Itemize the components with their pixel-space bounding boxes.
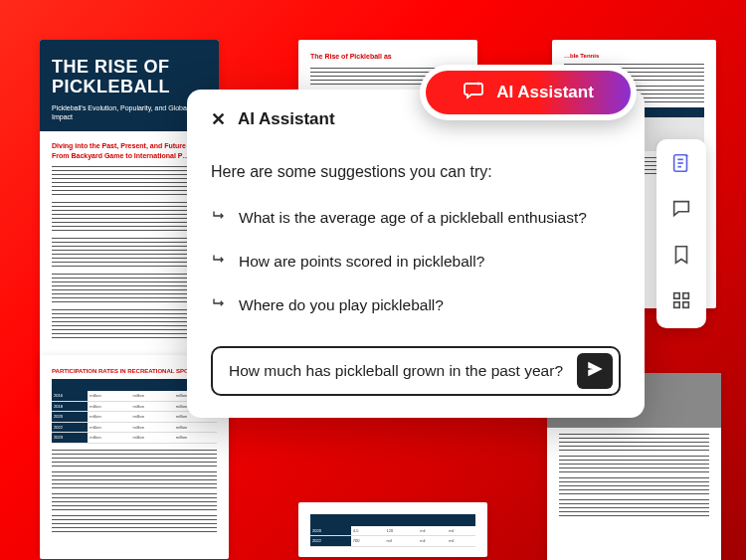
doc-page-5: 20204.5120milmil 2022700milmilmil [298, 502, 487, 557]
suggestion-text: What is the average age of a pickleball … [239, 209, 587, 227]
cover-subtitle: Pickleball's Evolution, Popularity, and … [52, 103, 207, 121]
close-icon: ✕ [211, 109, 226, 129]
rail-summary-button[interactable] [669, 153, 693, 177]
bookmark-icon [670, 244, 692, 270]
page2-heading: The Rise of Pickleball as [310, 52, 466, 62]
send-button[interactable] [577, 353, 613, 389]
body-text [52, 166, 207, 196]
body-text [559, 477, 709, 495]
body-text [52, 202, 207, 232]
return-arrow-icon [211, 207, 229, 229]
send-icon [586, 360, 604, 382]
assistant-title: AI Assistant [238, 109, 335, 129]
page3-heading: …ble Tennis [564, 52, 704, 60]
svg-rect-4 [674, 293, 680, 299]
chat-icon [670, 198, 692, 224]
ai-assistant-launcher-inner[interactable]: AI Assistant [426, 71, 631, 114]
ai-assistant-panel: ✕ AI Assistant Here are some suggestions… [187, 90, 645, 418]
close-button[interactable]: ✕ [211, 110, 226, 128]
body-text [559, 456, 709, 473]
svg-rect-5 [683, 293, 689, 299]
svg-rect-6 [674, 302, 680, 308]
body-text [52, 274, 207, 303]
suggestion-text: How are points scored in pickleball? [239, 253, 484, 271]
document-sparkle-icon [670, 152, 692, 178]
body-text [52, 450, 217, 467]
suggestion-item[interactable]: How are points scored in pickleball? [211, 245, 621, 279]
data-table: 20204.5120milmil 2022700milmilmil [310, 514, 475, 547]
suggestion-text: Where do you play pickleball? [239, 296, 444, 314]
return-arrow-icon [211, 251, 229, 273]
body-text [559, 499, 709, 517]
cover-title: THE RISE OF PICKLEBALL [52, 58, 207, 97]
side-icon-rail [656, 139, 706, 328]
body-text [52, 238, 207, 268]
assistant-input[interactable] [229, 362, 569, 380]
return-arrow-icon [211, 294, 229, 316]
chat-sparkle-icon [463, 79, 486, 107]
rail-apps-button[interactable] [669, 290, 693, 314]
assistant-intro: Here are some suggestions you can try: [211, 163, 621, 181]
grid-icon [670, 289, 692, 315]
rail-chat-button[interactable] [669, 199, 693, 223]
rail-bookmark-button[interactable] [669, 245, 693, 269]
assistant-input-row [211, 346, 621, 396]
ai-assistant-launcher-label: AI Assistant [496, 83, 594, 102]
body-text [559, 434, 709, 452]
body-text [52, 471, 217, 489]
suggestion-item[interactable]: What is the average age of a pickleball … [211, 201, 621, 235]
suggestion-item[interactable]: Where do you play pickleball? [211, 288, 621, 322]
cover-section-heading: Diving into the Past, Present, and Futur… [52, 141, 207, 161]
body-text [52, 309, 207, 339]
svg-rect-7 [683, 302, 689, 308]
body-text [52, 493, 217, 511]
body-text [52, 515, 217, 533]
ai-assistant-launcher[interactable]: AI Assistant [420, 65, 637, 120]
